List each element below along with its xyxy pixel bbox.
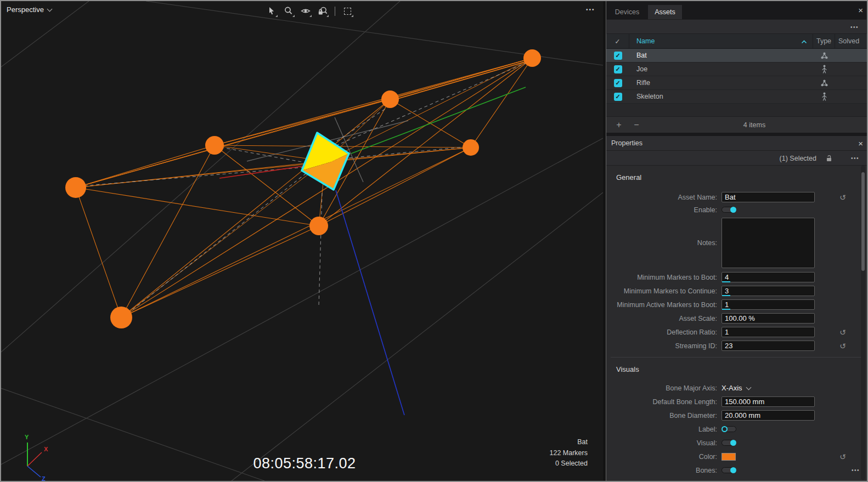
marker[interactable] [523, 49, 541, 67]
column-checked[interactable]: ✓ [606, 34, 629, 48]
color-swatch[interactable] [722, 453, 736, 461]
min-active-markers-boot-row: Minimum Active Markers to Boot: [606, 298, 867, 311]
field-label: Default Bone Length: [606, 398, 722, 406]
viewport-toolbar [266, 5, 353, 17]
field-label: Visual: [606, 439, 722, 447]
marker[interactable] [309, 217, 328, 235]
timecode-display: 08:05:58:17.02 [214, 455, 395, 472]
undo-icon[interactable]: ↺ [839, 453, 846, 461]
pivot-z-axis-line [351, 87, 526, 154]
bones-row: Bones: ••• [606, 463, 867, 477]
remove-asset-button[interactable]: − [632, 120, 641, 130]
asset-name: Bat [629, 52, 813, 59]
viewport-menu-button[interactable]: ••• [586, 7, 595, 13]
min-markers-boot-input[interactable] [722, 272, 815, 282]
undo-icon[interactable]: ↺ [839, 328, 846, 336]
field-label: Asset Name: [606, 194, 722, 201]
scrollbar-thumb[interactable] [861, 172, 865, 271]
status-selected-count: 0 Selected [550, 458, 588, 469]
asset-scale-row: Asset Scale: [606, 311, 867, 325]
notes-field[interactable] [722, 218, 815, 268]
marker[interactable] [381, 90, 399, 108]
zoom-lock-tool-button[interactable] [317, 5, 329, 17]
add-asset-button[interactable]: + [614, 120, 624, 130]
visibility-tool-button[interactable] [300, 5, 312, 17]
streaming-id-input[interactable] [722, 341, 815, 351]
min-markers-continue-row: Minimum Markers to Continue: [606, 284, 867, 298]
asset-checkbox[interactable]: ✓ [614, 79, 622, 87]
expected-marker-line [127, 173, 306, 314]
viewport-3d[interactable]: Perspective [1, 1, 603, 481]
motive-window: Perspective [0, 0, 868, 482]
column-name[interactable]: Name [629, 34, 813, 48]
default-bone-length-input[interactable] [722, 396, 815, 407]
bones-toggle[interactable] [722, 467, 736, 473]
properties-menu-button[interactable]: ••• [851, 155, 859, 161]
bones-menu-button[interactable]: ••• [852, 467, 860, 473]
asset-name: Rifle [629, 79, 813, 87]
tab-assets[interactable]: Assets [648, 5, 682, 19]
column-type[interactable]: Type [813, 34, 835, 48]
asset-name: Joe [629, 65, 813, 73]
marker[interactable] [463, 139, 479, 156]
default-bone-length-row: Default Bone Length: [606, 395, 867, 409]
zoom-tool-button[interactable] [283, 5, 295, 17]
sort-ascending-icon [801, 40, 807, 44]
marker[interactable] [110, 307, 132, 328]
field-label: Deflection Ratio: [606, 328, 722, 336]
asset-checkbox[interactable]: ✓ [614, 93, 622, 101]
marker[interactable] [65, 177, 86, 198]
column-solved[interactable]: Solved [835, 34, 867, 48]
camera-mode-dropdown[interactable]: Perspective [7, 5, 52, 14]
field-label: Enable: [606, 206, 722, 214]
enable-toggle[interactable] [722, 207, 736, 213]
section-visuals: Visuals [616, 365, 867, 373]
undo-icon[interactable]: ↺ [839, 342, 846, 350]
close-icon[interactable]: × [858, 139, 863, 148]
marquee-icon [344, 8, 351, 15]
asset-checkbox[interactable]: ✓ [614, 65, 622, 73]
grid-line [232, 192, 603, 481]
asset-row-joe[interactable]: ✓ Joe [606, 63, 867, 76]
bone-major-axis-value: X-Axis [722, 384, 742, 392]
asset-name-input[interactable] [722, 192, 815, 202]
asset-row-bat[interactable]: ✓ Bat [606, 49, 867, 63]
marker[interactable] [205, 136, 224, 155]
field-label: Bone Diameter: [606, 412, 722, 419]
visual-toggle[interactable] [722, 440, 736, 446]
column-name-label: Name [636, 37, 655, 45]
field-label: Minimum Active Markers to Boot: [606, 301, 722, 309]
assets-tabbar: Devices Assets × [606, 1, 867, 19]
properties-title: Properties [611, 139, 642, 147]
asset-scale-input[interactable] [722, 313, 815, 324]
select-tool-button[interactable] [266, 5, 278, 17]
chevron-down-icon [47, 6, 52, 12]
marker-link [76, 99, 390, 188]
undo-icon[interactable]: ↺ [839, 194, 846, 201]
viewport-3d-scene[interactable] [1, 1, 603, 481]
assets-footer: + − 4 items [606, 116, 867, 133]
unlock-icon[interactable] [825, 154, 833, 162]
marker-link [215, 58, 532, 145]
close-icon[interactable]: × [858, 6, 863, 14]
marker-link [215, 145, 471, 148]
field-label: Minimum Markers to Boot: [606, 274, 722, 281]
axis-x-label: X [44, 446, 48, 452]
assets-menu-button[interactable]: ••• [850, 24, 859, 30]
asset-row-skeleton[interactable]: ✓ Skeleton [606, 90, 867, 104]
marquee-select-tool-button[interactable] [341, 5, 353, 17]
marker-link [121, 148, 471, 317]
marker-link [390, 60, 532, 101]
bone-diameter-input[interactable] [722, 410, 815, 421]
label-toggle[interactable] [722, 426, 736, 432]
min-markers-continue-input[interactable] [722, 286, 815, 296]
tab-devices[interactable]: Devices [606, 5, 648, 19]
cursor-icon [267, 6, 277, 16]
min-active-markers-boot-input[interactable] [722, 299, 815, 310]
streaming-id-row: Streaming ID: ↺ [606, 339, 867, 353]
asset-checkbox[interactable]: ✓ [614, 52, 622, 60]
deflection-ratio-input[interactable] [722, 327, 815, 337]
bone-major-axis-dropdown[interactable]: X-Axis [722, 384, 751, 392]
properties-scrollbar[interactable] [861, 166, 865, 480]
asset-row-rifle[interactable]: ✓ Rifle [606, 76, 867, 90]
